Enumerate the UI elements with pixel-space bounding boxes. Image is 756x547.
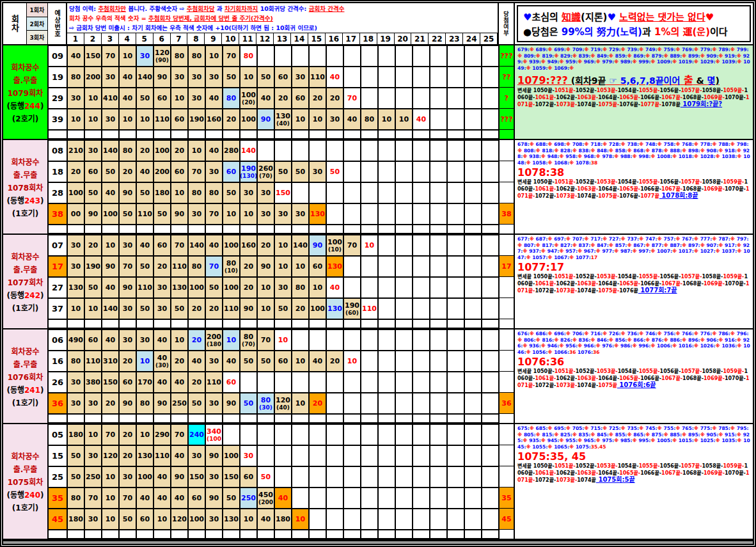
grid-cell[interactable]: 30 (119, 466, 136, 488)
grid-cell[interactable]: 100 (240, 109, 257, 130)
grid-cell[interactable] (326, 393, 343, 414)
grid-cell[interactable]: 90 (171, 466, 188, 488)
grid-cell[interactable]: 70 (171, 424, 188, 445)
grid-cell[interactable] (430, 88, 447, 109)
expected-number-cell[interactable]: 28 (48, 182, 67, 203)
grid-cell[interactable] (326, 203, 343, 225)
grid-cell[interactable]: 50 (257, 67, 274, 88)
grid-cell[interactable] (464, 161, 482, 182)
grid-cell[interactable] (343, 466, 361, 488)
grid-cell[interactable]: 40 (154, 372, 171, 393)
grid-cell[interactable] (482, 235, 499, 256)
grid-cell[interactable] (464, 372, 482, 393)
grid-cell[interactable] (274, 466, 292, 488)
grid-cell[interactable] (240, 424, 257, 445)
grid-cell[interactable] (413, 182, 430, 203)
grid-cell[interactable] (395, 466, 413, 488)
grid-cell[interactable]: 130 (67, 277, 84, 298)
grid-cell[interactable]: 200 (154, 161, 171, 182)
grid-cell[interactable]: 100 (102, 203, 119, 225)
grid-cell[interactable] (464, 88, 482, 109)
grid-cell[interactable] (343, 203, 361, 225)
result-cell[interactable] (500, 182, 514, 203)
grid-cell[interactable]: 110 (154, 109, 171, 130)
grid-cell[interactable]: 30 (205, 161, 223, 182)
grid-cell[interactable] (395, 509, 413, 530)
column-header-7[interactable]: 7 (171, 33, 188, 44)
grid-cell[interactable]: 10 (309, 277, 326, 298)
grid-cell[interactable]: 30 (326, 109, 343, 130)
grid-cell[interactable] (274, 140, 292, 161)
column-header-3[interactable]: 3 (102, 33, 119, 44)
column-header-5[interactable]: 5 (136, 33, 154, 44)
column-header-6[interactable]: 6 (154, 33, 171, 44)
expected-number-cell[interactable]: 05 (48, 424, 67, 445)
grid-cell[interactable]: 30 (292, 67, 309, 88)
result-cell[interactable] (500, 329, 514, 351)
result-cell[interactable]: ? (500, 88, 514, 109)
grid-cell[interactable] (361, 203, 378, 225)
grid-cell[interactable] (378, 140, 395, 161)
grid-cell[interactable]: 100 (188, 509, 205, 530)
grid-cell[interactable] (343, 488, 361, 509)
grid-cell[interactable]: 80 (223, 88, 240, 109)
grid-cell[interactable]: 100 (223, 277, 240, 298)
grid-cell[interactable]: 140 (136, 67, 154, 88)
grid-cell[interactable]: 380 (84, 372, 102, 393)
grid-cell[interactable]: 100 (154, 140, 171, 161)
grid-cell[interactable] (430, 466, 447, 488)
expected-number-cell[interactable]: 17 (48, 256, 67, 277)
grid-cell[interactable]: 30 (171, 67, 188, 88)
grid-cell[interactable]: 30 (188, 203, 205, 225)
column-header-15[interactable]: 15 (308, 33, 326, 44)
grid-cell[interactable]: 20 (188, 329, 205, 351)
expected-number-cell[interactable]: 16 (48, 351, 67, 372)
grid-cell[interactable] (361, 256, 378, 277)
grid-cell[interactable] (361, 329, 378, 351)
column-header-1[interactable]: 1 (67, 33, 84, 44)
grid-cell[interactable]: 50 (223, 488, 240, 509)
grid-cell[interactable] (430, 509, 447, 530)
grid-cell[interactable] (482, 466, 499, 488)
grid-cell[interactable]: 90 (84, 203, 102, 225)
grid-cell[interactable] (343, 161, 361, 182)
expected-number-cell[interactable]: 45 (48, 509, 67, 530)
grid-cell[interactable]: 10 (102, 466, 119, 488)
grid-cell[interactable] (395, 277, 413, 298)
grid-cell[interactable]: 50 (240, 351, 257, 372)
grid-cell[interactable] (464, 182, 482, 203)
grid-cell[interactable]: 40 (326, 67, 343, 88)
grid-cell[interactable]: 250 (84, 466, 102, 488)
grid-cell[interactable]: 50 (119, 203, 136, 225)
grid-cell[interactable]: 60 (292, 88, 309, 109)
grid-cell[interactable] (482, 329, 499, 351)
grid-cell[interactable]: 40 (154, 329, 171, 351)
grid-cell[interactable] (343, 329, 361, 351)
grid-cell[interactable]: 30 (205, 509, 223, 530)
grid-cell[interactable]: 50 (136, 88, 154, 109)
grid-cell[interactable] (378, 351, 395, 372)
grid-cell[interactable]: 10 (188, 140, 205, 161)
grid-cell[interactable] (482, 351, 499, 372)
grid-cell[interactable]: 80 (119, 140, 136, 161)
grid-cell[interactable]: 260(70) (257, 161, 274, 182)
grid-cell[interactable]: 150 (102, 372, 119, 393)
grid-cell[interactable] (430, 182, 447, 203)
grid-cell[interactable]: 10 (119, 45, 136, 67)
grid-cell[interactable]: 170 (136, 372, 154, 393)
grid-cell[interactable]: 40 (102, 277, 119, 298)
grid-cell[interactable]: 80(10) (223, 256, 240, 277)
grid-cell[interactable]: 60 (154, 235, 171, 256)
grid-cell[interactable]: 130 (136, 445, 154, 466)
grid-cell[interactable]: 30 (257, 182, 274, 203)
grid-cell[interactable]: 30 (84, 140, 102, 161)
grid-cell[interactable] (464, 351, 482, 372)
grid-cell[interactable]: 140 (292, 235, 309, 256)
grid-cell[interactable]: 20 (240, 256, 257, 277)
grid-cell[interactable]: 70 (102, 45, 119, 67)
grid-cell[interactable] (482, 256, 499, 277)
grid-cell[interactable] (309, 329, 326, 351)
grid-cell[interactable] (378, 298, 395, 319)
grid-cell[interactable]: 40 (171, 445, 188, 466)
grid-cell[interactable] (430, 161, 447, 182)
